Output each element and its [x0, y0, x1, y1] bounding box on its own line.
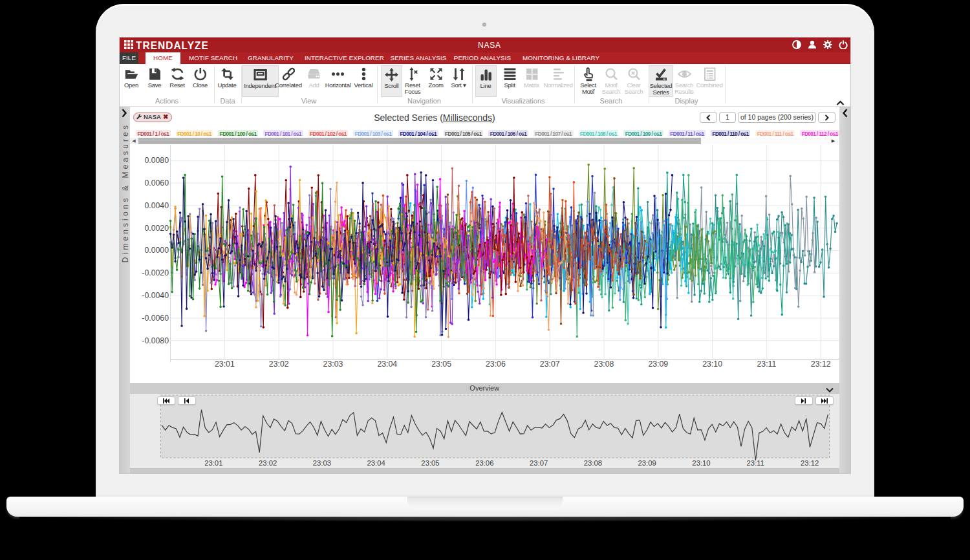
- svg-text:23:01: 23:01: [204, 459, 222, 467]
- svg-text:23:08: 23:08: [594, 359, 614, 368]
- svg-text:23:01: 23:01: [215, 359, 235, 368]
- svg-text:23:09: 23:09: [648, 359, 668, 368]
- svg-text:23:02: 23:02: [269, 359, 289, 368]
- svg-text:23:11: 23:11: [757, 359, 776, 368]
- svg-text:23:11: 23:11: [746, 459, 764, 467]
- svg-text:-0.0020: -0.0020: [142, 268, 169, 277]
- svg-text:23:07: 23:07: [540, 359, 560, 368]
- svg-text:-0.0040: -0.0040: [142, 290, 169, 299]
- svg-text:23:07: 23:07: [529, 459, 547, 467]
- svg-text:23:10: 23:10: [702, 359, 722, 368]
- svg-text:0.0000: 0.0000: [144, 246, 169, 255]
- svg-text:23:12: 23:12: [811, 359, 831, 368]
- svg-text:23:05: 23:05: [421, 459, 439, 467]
- svg-text:23:06: 23:06: [486, 359, 506, 368]
- svg-text:23:05: 23:05: [431, 359, 451, 368]
- svg-text:0.0020: 0.0020: [144, 223, 169, 232]
- svg-text:23:02: 23:02: [258, 459, 276, 467]
- svg-text:23:04: 23:04: [377, 359, 397, 368]
- svg-text:23:12: 23:12: [800, 459, 818, 467]
- svg-text:23:06: 23:06: [475, 459, 493, 467]
- svg-text:23:04: 23:04: [367, 459, 385, 467]
- svg-text:-0.0080: -0.0080: [142, 336, 169, 345]
- svg-text:0.0060: 0.0060: [144, 178, 169, 187]
- svg-text:-0.0060: -0.0060: [142, 313, 169, 322]
- svg-text:0.0040: 0.0040: [144, 200, 169, 210]
- svg-text:23:08: 23:08: [583, 459, 601, 467]
- svg-text:0.0080: 0.0080: [144, 156, 169, 165]
- svg-text:23:03: 23:03: [323, 359, 343, 368]
- svg-text:23:10: 23:10: [692, 459, 710, 467]
- svg-text:23:09: 23:09: [638, 459, 656, 467]
- svg-text:23:03: 23:03: [312, 459, 330, 467]
